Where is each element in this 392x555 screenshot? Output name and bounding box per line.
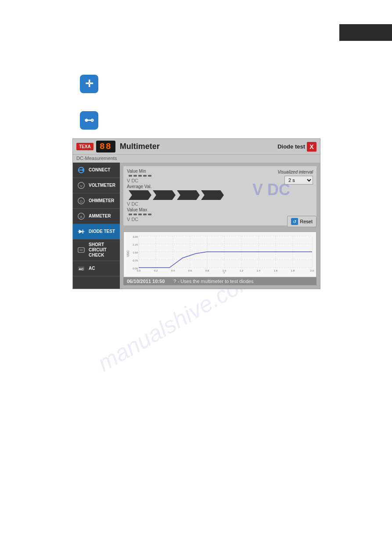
interval-box: Visualized interval 2 s 5 s 10 s 30 s [278,170,313,185]
svg-text:s: s [223,272,225,273]
right-panel: Value Min V DC Average Val. [120,163,320,289]
status-bar: 06/10/2011 10:50 ? - Uses the multimeter… [123,277,316,285]
sidebar-item-diode-test[interactable]: DIODE TEST [73,224,120,239]
top-bar [339,24,392,41]
dot-10 [148,214,151,215]
texa-logo: TEXA [76,143,94,150]
waveform-row-3 [127,214,313,215]
ohmmeter-icon: Ω [76,196,86,206]
dot-2 [133,175,137,177]
sidebar-item-connect[interactable]: CONNECT [73,163,120,178]
title-bar: TEXA 88 Multimeter Diode test X [73,139,320,155]
signal-shape-2 [153,190,176,200]
dot-9 [143,214,147,215]
nav-up-button[interactable]: ✛ [80,75,98,93]
svg-text:0.2: 0.2 [154,269,158,272]
dot-3 [138,175,142,177]
ammeter-label: AMMETER [89,214,111,219]
ohmmeter-label: OHMMETER [89,198,114,203]
vdc-3: V DC [127,217,313,222]
svg-text:1.4: 1.4 [257,269,261,272]
svg-text:A: A [80,215,83,219]
sidebar-item-ac[interactable]: AC AC [73,261,120,276]
reset-icon: ↺ [291,218,298,225]
svg-text:2.0: 2.0 [310,269,314,272]
svg-text:0.0: 0.0 [137,269,141,272]
status-message: ? - Uses the multimeter to test diodes [173,279,253,284]
svg-text:0.4: 0.4 [171,269,175,272]
dot-8 [138,214,142,215]
dot-5 [148,175,151,177]
multimeter-window: TEXA 88 Multimeter Diode test X DC-Measu… [72,138,320,289]
dot-6 [129,214,132,215]
svg-text:1.2: 1.2 [240,269,244,272]
ac-label: AC [89,266,95,271]
main-content: CONNECT V VOLTMETER Ω OH [73,163,320,289]
short-circuit-label: SHORT CIRCUIT CHECK [89,242,116,258]
svg-text:V: V [80,184,83,188]
chart-svg: 3.00 2.25 1.50 0.75 0.00 VDC 0.0 0.2 0.4… [126,234,314,273]
sidebar-item-ohmmeter[interactable]: Ω OHMMETER [73,193,120,209]
svg-text:0.75: 0.75 [133,259,138,262]
sidebar-item-voltmeter[interactable]: V VOLTMETER [73,178,120,193]
ac-icon: AC [76,264,86,273]
svg-text:3.00: 3.00 [133,236,138,238]
interval-select[interactable]: 2 s 5 s 10 s 30 s [284,176,313,185]
connect-label: CONNECT [89,167,110,173]
diode-test-badge: Diode test X [277,142,316,152]
signal-shape-1 [129,190,151,200]
diode-icon [76,227,86,236]
diode-test-label: Diode test [277,143,305,150]
interval-label: Visualized interval [278,170,313,174]
sidebar-item-ammeter[interactable]: A AMMETER [73,209,120,224]
svg-text:1.8: 1.8 [291,269,295,272]
svg-text:VDC: VDC [126,250,129,257]
svg-text:AC: AC [79,267,84,271]
digit-display: 88 [96,141,115,152]
plus-arrow-icon: ✛ [85,78,93,90]
close-button[interactable]: X [307,142,316,152]
signal-shape-4 [201,190,224,200]
subtitle: DC-Measurements [73,155,320,163]
reset-label: Reset [300,219,313,224]
svg-text:Ω: Ω [80,200,83,203]
sidebar-item-short-circuit-check[interactable]: SHORT CIRCUIT CHECK [73,239,120,261]
dot-7 [133,214,137,215]
status-date: 06/10/2011 10:50 [127,279,165,284]
minus-arrow-icon: ⊷ [84,115,94,126]
svg-text:1.50: 1.50 [133,251,138,254]
dot-1 [129,175,132,177]
signal-shape-3 [177,190,200,200]
voltmeter-label: VOLTMETER [89,183,115,188]
vdc-2: V DC [127,201,313,207]
svg-text:0.8: 0.8 [205,269,209,272]
reset-button[interactable]: ↺ Reset [287,216,316,227]
svg-text:2.25: 2.25 [133,243,138,246]
svg-text:0.6: 0.6 [188,269,192,272]
value-max-label: Value Max [127,207,313,212]
chart-area: 3.00 2.25 1.50 0.75 0.00 VDC 0.0 0.2 0.4… [123,232,316,277]
sidebar: CONNECT V VOLTMETER Ω OH [73,163,120,289]
dot-4 [143,175,147,177]
connect-icon [76,165,86,175]
svg-marker-9 [79,230,83,234]
svg-text:1.6: 1.6 [274,269,278,272]
window-title: Multimeter [120,142,277,151]
nav-down-button[interactable]: ⊷ [80,111,98,130]
ammeter-icon: A [76,211,86,221]
voltmeter-icon: V [76,181,86,190]
diode-test-label: DIODE TEST [89,229,115,234]
short-circuit-icon [76,245,86,255]
